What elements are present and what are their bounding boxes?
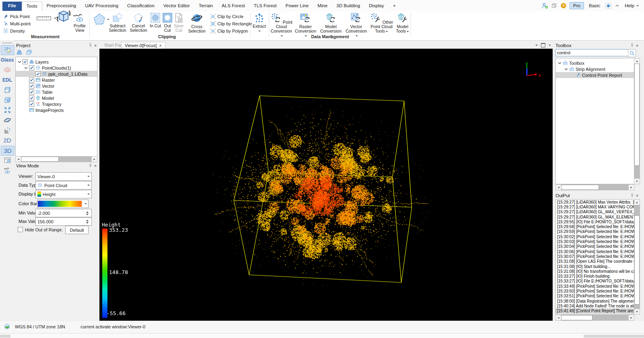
view-3d-tool[interactable]: 3D [1, 146, 14, 156]
scroll-down-icon[interactable]: ▼ [634, 309, 640, 314]
contour-tool[interactable] [1, 65, 14, 74]
close-icon[interactable]: × [93, 43, 98, 48]
menu-tab--[interactable]: + [388, 2, 400, 11]
tree-item-ppk-cloud-1-lidata[interactable]: ppk_cloud_1.LiData [16, 71, 97, 77]
menu-tab-classification[interactable]: Classification [123, 2, 159, 11]
profile-view-button[interactable]: Profile View [72, 12, 88, 33]
project-hscrollbar[interactable]: ◄ ► [15, 156, 97, 162]
edl-tool[interactable]: EDL [1, 75, 14, 84]
output-log-line[interactable]: [15:33:27] [IO] File E:/HOWTO_SOFT/data/… [556, 279, 634, 284]
menu-tab-file[interactable]: File [2, 2, 22, 11]
tab-close-icon[interactable]: × [159, 43, 161, 48]
menu-tab-tls-forest[interactable]: TLS Forest [249, 2, 281, 11]
license-stack-icon[interactable] [551, 2, 557, 9]
wireframe-cube-tool[interactable] [1, 85, 14, 95]
model-tools-button[interactable]: Model Tools [394, 12, 411, 33]
output-hscrollbar[interactable]: ◄ ► [555, 315, 634, 321]
clip-by-circle-button[interactable]: Clip by Circle [210, 13, 244, 20]
scroll-left-icon[interactable]: ◄ [16, 157, 21, 162]
output-log-line[interactable]: [15:31:08] [IO] No transformations will … [556, 269, 634, 274]
checkbox-icon[interactable] [29, 101, 34, 107]
layer-group-icon[interactable] [26, 49, 32, 56]
orbit-tool[interactable] [1, 115, 14, 125]
new-window-tool[interactable] [1, 156, 14, 165]
expand-chevron-icon[interactable] [564, 67, 568, 71]
clip-by-polygon-button[interactable]: Clip by Polygon [210, 27, 248, 34]
close-icon[interactable]: × [634, 43, 640, 48]
close-viewer-icon[interactable]: × [549, 43, 551, 47]
output-log-line[interactable]: [15:29:27] [LiDAR360] MAX VARYING COMPON [556, 204, 634, 209]
menu-tab-vector-editor[interactable]: Vector Editor [159, 2, 194, 11]
spinner[interactable] [85, 220, 90, 224]
output-log-line[interactable]: [15:33:49] [PickPoint] Selected file: E:… [556, 284, 634, 289]
scroll-down-icon[interactable]: ▼ [634, 179, 640, 184]
restore-window-icon[interactable] [541, 43, 545, 47]
tree-item-trajectory[interactable]: Trajectory [16, 101, 97, 107]
color-bar-select[interactable] [37, 200, 89, 208]
output-log-line[interactable]: [15:29:55] [IO] File E:/HOWTO_SOFT/data/… [556, 219, 634, 224]
scroll-left-icon[interactable]: ◄ [556, 185, 561, 190]
subtract-selection-button[interactable]: Subtract Selection [108, 12, 127, 33]
profile-window-tool[interactable] [1, 166, 14, 175]
strip-drag-handle[interactable]: •••••• [2, 41, 12, 45]
ruler-measure-button[interactable] [36, 15, 56, 21]
pick-point-button[interactable]: Pick Point [3, 13, 30, 19]
glass-tool[interactable]: Glass [1, 55, 14, 64]
output-vscrollbar[interactable]: ▲ ▼ [634, 199, 640, 315]
multi-point-button[interactable]: Multi-point [3, 21, 31, 27]
basic-mode-button[interactable]: Basic [587, 2, 602, 9]
pro-mode-button[interactable]: Pro [570, 2, 584, 9]
pin-icon[interactable] [88, 43, 93, 47]
scroll-left-icon[interactable]: ◄ [556, 315, 561, 320]
output-log-line[interactable]: [15:41:49] [Control Point Report] There … [556, 309, 634, 313]
scroll-thumb[interactable] [21, 157, 59, 162]
menu-tab-display[interactable]: Display [365, 2, 389, 11]
tree-item-control-point-report[interactable]: Control Point Report [556, 72, 634, 78]
output-log-line[interactable]: [15:30:02] [PickPoint] Selected file: E:… [556, 234, 634, 239]
menu-tab-terrain[interactable]: Terrain [194, 2, 217, 11]
tab-viewer-0[interactable]: Viewer-0[Focus] × [121, 42, 165, 49]
scroll-right-icon[interactable]: ► [629, 185, 634, 190]
output-log-line[interactable]: [15:29:58] [PickPoint] Selected file: E:… [556, 224, 634, 229]
close-icon[interactable]: × [634, 193, 640, 198]
collapse-ribbon-icon[interactable] [615, 3, 620, 8]
scroll-thumb[interactable] [561, 315, 592, 320]
view-2d-tool[interactable]: 2D [1, 136, 14, 145]
menu-tab-3d-building[interactable]: 3D Building [332, 2, 365, 11]
tree-item-pointclouds-1-[interactable]: PointClouds(1) [16, 65, 97, 71]
clip-by-rectangle-button[interactable]: Clip by Rectangle [210, 20, 252, 27]
point-cloud-conversion-button[interactable]: Point Cloud Conversion [270, 12, 293, 38]
pin-icon[interactable] [630, 193, 634, 198]
output-log-line[interactable]: [15:30:04] [PickPoint] Selected file: E:… [556, 244, 634, 249]
account-icon[interactable] [541, 2, 548, 9]
tree-item-strip-alignment[interactable]: Strip Alignment [556, 66, 634, 72]
add-layer-icon[interactable] [16, 49, 23, 56]
output-log-line[interactable]: [15:29:27] [LiDAR360] GL_MAX_ELEMENTS_VE [556, 214, 634, 219]
menu-tab-uav-processing[interactable]: UAV Processing [80, 2, 123, 11]
output-log-line[interactable]: [15:31:08] [Open LAS File] The coordinat… [556, 259, 634, 264]
output-log-line[interactable]: [15:31:08] [IO] Start building... [556, 264, 634, 269]
checkbox-icon[interactable] [29, 83, 34, 89]
search-button[interactable] [628, 49, 636, 57]
extract-button[interactable]: Extract [251, 12, 267, 33]
scroll-right-icon[interactable]: ► [92, 157, 97, 162]
display-by-select[interactable]: Height [35, 190, 92, 198]
cancel-selection-button[interactable]: Cancel Selection [129, 12, 148, 33]
pin-icon[interactable] [88, 163, 93, 168]
viewer-3d-canvas[interactable]: y x Height 353.23 148.78 -55.66 [99, 49, 553, 321]
cross-selection-button[interactable]: Cross Selection [187, 12, 206, 33]
menu-tab-als-forest[interactable]: ALS Forest [217, 2, 250, 11]
toolbox-search-input[interactable]: control [555, 49, 630, 56]
output-log-line[interactable]: [15:30:06] [PickPoint] Selected file: E:… [556, 249, 634, 254]
checkbox-icon[interactable] [35, 71, 41, 76]
density-button[interactable]: Density [3, 28, 25, 34]
tree-item-toolbox[interactable]: Toolbox [556, 60, 634, 66]
tab-list-icon[interactable] [535, 45, 538, 46]
scroll-track[interactable] [21, 157, 92, 162]
solid-cube-tool[interactable] [1, 95, 14, 105]
output-log-line[interactable]: [15:38:00] [Data Registration] The align… [556, 299, 634, 303]
pick-settings-tool[interactable] [1, 126, 14, 135]
scroll-up-icon[interactable]: ▲ [634, 58, 640, 64]
menu-tab-tools[interactable]: Tools [22, 2, 42, 11]
output-log-line[interactable]: [15:33:50] [PickPoint] Selected file: E:… [556, 289, 634, 293]
